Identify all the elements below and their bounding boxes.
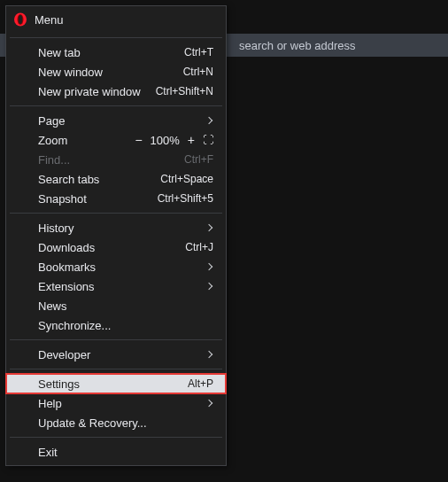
menu-item-label: New window: [38, 66, 183, 79]
menu-item-downloads[interactable]: Downloads Ctrl+J: [6, 237, 226, 257]
chevron-right-icon: [205, 283, 212, 290]
menu-item-extensions[interactable]: Extensions: [6, 276, 226, 296]
separator: [10, 437, 222, 438]
menu-item-zoom[interactable]: Zoom − 100% + ⛶: [6, 130, 226, 150]
menu-header: Menu: [6, 6, 226, 33]
separator: [10, 339, 222, 340]
menu-item-help[interactable]: Help: [6, 393, 226, 413]
chevron-right-icon: [205, 400, 212, 407]
menu-item-shortcut: Ctrl+T: [184, 46, 213, 58]
menu-item-label: Zoom: [38, 134, 135, 147]
zoom-out-icon[interactable]: −: [135, 134, 142, 146]
menu-item-label: Settings: [38, 377, 188, 391]
menu-title: Menu: [35, 13, 64, 27]
menu-item-shortcut: Ctrl+J: [185, 241, 213, 253]
address-bar-placeholder: search or web address: [239, 39, 356, 52]
menu-item-settings[interactable]: Settings Alt+P: [6, 374, 226, 393]
menu-item-bookmarks[interactable]: Bookmarks: [6, 257, 226, 276]
menu-item-label: Page: [38, 114, 206, 128]
menu-item-shortcut: Ctrl+Shift+5: [158, 192, 213, 205]
menu-item-label: Bookmarks: [38, 260, 206, 274]
zoom-controls: − 100% + ⛶: [135, 134, 213, 147]
menu-item-history[interactable]: History: [6, 218, 226, 237]
menu-item-news[interactable]: News: [6, 296, 226, 315]
menu-item-label: Downloads: [38, 241, 185, 254]
chevron-right-icon: [205, 263, 212, 270]
menu-item-label: Synchronize...: [38, 319, 213, 332]
menu-item-new-private-window[interactable]: New private window Ctrl+Shift+N: [6, 82, 226, 101]
menu-item-label: Search tabs: [38, 173, 160, 186]
menu-item-exit[interactable]: Exit: [6, 442, 226, 462]
menu-item-label: Find...: [38, 153, 184, 167]
menu-item-label: New private window: [38, 85, 156, 98]
menu-item-label: Extensions: [38, 280, 206, 293]
menu-item-shortcut: Ctrl+N: [183, 66, 213, 78]
menu-item-label: New tab: [38, 46, 184, 59]
menu-item-developer[interactable]: Developer: [6, 345, 226, 364]
separator: [10, 37, 222, 38]
menu-item-label: Help: [38, 397, 206, 410]
menu-item-shortcut: Alt+P: [188, 377, 213, 390]
opera-logo-icon: [13, 12, 27, 27]
menu-item-new-window[interactable]: New window Ctrl+N: [6, 62, 226, 82]
opera-menu: Menu New tab Ctrl+T New window Ctrl+N Ne…: [5, 5, 227, 466]
menu-item-label: Update & Recovery...: [38, 416, 213, 430]
chevron-right-icon: [205, 351, 212, 358]
svg-point-2: [19, 15, 23, 24]
menu-item-label: Snapshot: [38, 192, 158, 206]
zoom-value: 100%: [151, 134, 180, 147]
menu-item-shortcut: Ctrl+Space: [160, 173, 213, 185]
menu-item-update-recovery[interactable]: Update & Recovery...: [6, 413, 226, 432]
menu-item-shortcut: Ctrl+F: [184, 153, 213, 166]
zoom-in-icon[interactable]: +: [188, 134, 195, 146]
chevron-right-icon: [205, 224, 212, 231]
chevron-right-icon: [205, 117, 212, 124]
fullscreen-icon[interactable]: ⛶: [203, 135, 213, 145]
menu-item-find: Find... Ctrl+F: [6, 150, 226, 169]
menu-item-label: News: [38, 299, 213, 313]
menu-item-label: Developer: [38, 348, 206, 362]
menu-item-label: History: [38, 222, 206, 235]
menu-item-page[interactable]: Page: [6, 111, 226, 130]
menu-item-new-tab[interactable]: New tab Ctrl+T: [6, 43, 226, 62]
menu-item-search-tabs[interactable]: Search tabs Ctrl+Space: [6, 169, 226, 189]
menu-item-synchronize[interactable]: Synchronize...: [6, 315, 226, 335]
separator: [10, 105, 222, 106]
separator: [10, 369, 222, 369]
menu-item-label: Exit: [38, 446, 213, 459]
separator: [10, 213, 222, 214]
menu-item-shortcut: Ctrl+Shift+N: [156, 85, 213, 97]
menu-item-snapshot[interactable]: Snapshot Ctrl+Shift+5: [6, 189, 226, 208]
